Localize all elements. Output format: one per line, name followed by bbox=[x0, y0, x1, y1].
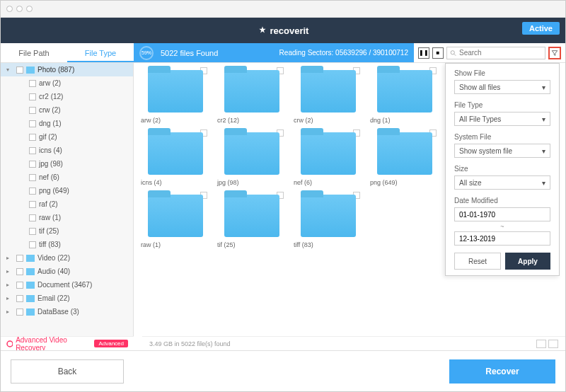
progress-circle: 59% bbox=[139, 46, 154, 60]
filter-show-file-select[interactable]: Show all files▾ bbox=[454, 80, 550, 94]
sidebar-item[interactable]: arw (2) bbox=[1, 76, 133, 90]
date-range-separator: ~ bbox=[454, 223, 550, 230]
chevron-right-icon: ▸ bbox=[6, 295, 13, 301]
sidebar-category-document[interactable]: ▸ Document (3467) bbox=[1, 278, 133, 292]
folder-card[interactable]: cr2 (12) bbox=[217, 70, 287, 124]
folder-label: crw (2) bbox=[294, 117, 363, 124]
filter-date-from[interactable] bbox=[454, 207, 550, 221]
filter-system-file-select[interactable]: Show system file▾ bbox=[454, 144, 550, 158]
svg-rect-4 bbox=[26, 268, 35, 275]
pause-button[interactable]: ❚❚ bbox=[418, 47, 429, 59]
close-dot[interactable] bbox=[6, 6, 13, 12]
folder-card[interactable]: nef (6) bbox=[294, 132, 363, 186]
back-button[interactable]: Back bbox=[11, 359, 124, 384]
sidebar-item[interactable]: png (649) bbox=[1, 184, 133, 197]
filter-size-select[interactable]: All size▾ bbox=[454, 175, 550, 190]
sidebar-item[interactable]: icns (4) bbox=[1, 144, 133, 157]
checkbox[interactable] bbox=[29, 80, 36, 87]
checkbox[interactable] bbox=[29, 201, 36, 208]
grid-view-button[interactable] bbox=[536, 340, 546, 348]
toolbar-controls: ❚❚ ■ bbox=[414, 43, 565, 62]
sidebar-category-audio[interactable]: ▸ Audio (40) bbox=[1, 265, 133, 278]
sidebar-item[interactable]: raf (2) bbox=[1, 197, 133, 211]
tab-file-type[interactable]: File Type bbox=[67, 43, 134, 62]
sidebar-item[interactable]: crw (2) bbox=[1, 103, 133, 117]
sidebar-category-photo[interactable]: ▾ Photo (887) bbox=[1, 63, 133, 76]
advanced-video-recovery[interactable]: Advanced Video Recovery Advanced bbox=[1, 336, 134, 350]
folder-card[interactable]: icns (4) bbox=[141, 132, 210, 186]
folder-label: tiff (83) bbox=[294, 241, 363, 248]
maximize-dot[interactable] bbox=[26, 6, 33, 12]
filter-reset-button[interactable]: Reset bbox=[454, 253, 501, 270]
minimize-dot[interactable] bbox=[16, 6, 23, 12]
sidebar-item[interactable]: tiff (83) bbox=[1, 238, 133, 251]
list-view-button[interactable] bbox=[548, 340, 558, 348]
checkbox[interactable] bbox=[29, 147, 36, 154]
checkbox[interactable] bbox=[29, 93, 36, 100]
sidebar-item[interactable]: dng (1) bbox=[1, 117, 133, 130]
folder-card[interactable]: tif (25) bbox=[217, 195, 287, 248]
sidebar-item[interactable]: cr2 (12) bbox=[1, 90, 133, 103]
checkbox[interactable] bbox=[29, 188, 36, 195]
filter-date-to[interactable] bbox=[454, 231, 550, 246]
sidebar-item[interactable]: gif (2) bbox=[1, 130, 133, 144]
chevron-right-icon: ▸ bbox=[6, 309, 13, 315]
folder-card[interactable]: arw (2) bbox=[141, 70, 210, 124]
folder-label: png (649) bbox=[370, 179, 439, 186]
sidebar-item-label: raw (1) bbox=[39, 214, 61, 221]
filter-button[interactable] bbox=[548, 47, 561, 59]
folder-card[interactable]: tiff (83) bbox=[294, 195, 363, 248]
checkbox[interactable] bbox=[16, 282, 23, 289]
stats-text: 3.49 GB in 5022 file(s) found bbox=[149, 340, 231, 347]
filter-file-type-select[interactable]: All File Types▾ bbox=[454, 112, 550, 126]
folder-label: icns (4) bbox=[141, 179, 210, 186]
folder-card[interactable]: crw (2) bbox=[294, 70, 363, 124]
sectors-readout: Reading Sectors: 05639296 / 390100712 bbox=[279, 49, 408, 57]
search-box[interactable] bbox=[446, 47, 545, 59]
checkbox[interactable] bbox=[29, 214, 36, 221]
email-icon bbox=[26, 295, 35, 302]
checkbox[interactable] bbox=[16, 309, 23, 316]
sidebar-item[interactable]: nef (6) bbox=[1, 171, 133, 184]
tab-file-path[interactable]: File Path bbox=[1, 43, 67, 62]
active-badge[interactable]: Active bbox=[522, 22, 560, 35]
filter-icon bbox=[551, 50, 558, 57]
sidebar-item[interactable]: jpg (98) bbox=[1, 157, 133, 171]
checkbox[interactable] bbox=[16, 268, 23, 275]
chevron-right-icon: ▸ bbox=[6, 268, 13, 275]
stop-button[interactable]: ■ bbox=[432, 47, 444, 59]
checkbox[interactable] bbox=[16, 255, 23, 262]
sidebar-item-label: dng (1) bbox=[39, 120, 62, 127]
filter-apply-button[interactable]: Apply bbox=[505, 253, 550, 270]
folder-card[interactable]: png (649) bbox=[370, 132, 439, 186]
folder-card[interactable]: jpg (98) bbox=[217, 132, 287, 186]
sidebar-item[interactable]: tif (25) bbox=[1, 224, 133, 238]
checkbox[interactable] bbox=[29, 134, 36, 141]
checkbox[interactable] bbox=[16, 67, 23, 74]
checkbox[interactable] bbox=[29, 161, 36, 168]
folder-card[interactable]: dng (1) bbox=[370, 70, 439, 124]
checkbox[interactable] bbox=[29, 228, 36, 235]
folder-label: cr2 (12) bbox=[217, 117, 287, 124]
svg-rect-5 bbox=[26, 282, 35, 289]
folder-icon bbox=[148, 195, 203, 237]
checkbox[interactable] bbox=[16, 295, 23, 302]
app-logo: recoverit bbox=[258, 25, 309, 36]
sidebar-category-database[interactable]: ▸ DataBase (3) bbox=[1, 305, 133, 318]
checkbox[interactable] bbox=[29, 120, 36, 127]
filter-panel: Show File Show all files▾ File Type All … bbox=[445, 63, 560, 276]
toolbar: File Path File Type 59% 5022 files Found… bbox=[1, 43, 565, 63]
search-input[interactable] bbox=[459, 49, 542, 57]
checkbox[interactable] bbox=[29, 174, 36, 181]
folder-card[interactable]: raw (1) bbox=[141, 195, 210, 248]
sidebar-category-video[interactable]: ▸ Video (22) bbox=[1, 251, 133, 265]
checkbox[interactable] bbox=[29, 107, 36, 114]
footer: Back Recover bbox=[1, 350, 565, 391]
recover-button[interactable]: Recover bbox=[449, 359, 555, 384]
checkbox[interactable] bbox=[29, 241, 36, 248]
folder-icon bbox=[301, 195, 356, 237]
sidebar-item[interactable]: raw (1) bbox=[1, 211, 133, 224]
sidebar-item-label: nef (6) bbox=[39, 173, 59, 181]
sidebar-category-email[interactable]: ▸ Email (22) bbox=[1, 292, 133, 305]
chevron-down-icon: ▾ bbox=[6, 67, 13, 73]
